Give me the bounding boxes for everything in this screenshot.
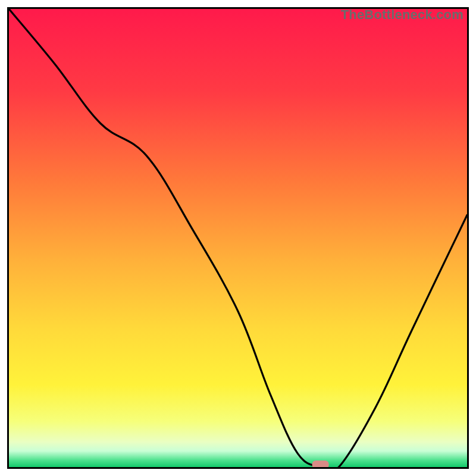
watermark-label: TheBottleneck.com xyxy=(341,7,464,23)
gradient-background xyxy=(9,9,467,467)
chart-frame: TheBottleneck.com xyxy=(7,7,469,469)
bottleneck-chart xyxy=(9,9,467,467)
optimal-marker xyxy=(312,461,329,467)
